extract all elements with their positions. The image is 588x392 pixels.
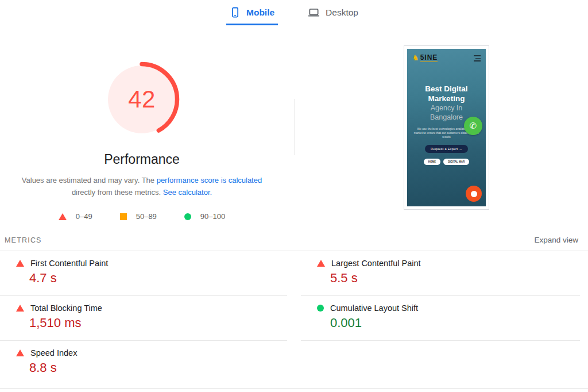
legend-item-poor: 0–49 bbox=[59, 212, 92, 221]
tab-mobile[interactable]: Mobile bbox=[226, 6, 278, 25]
tab-mobile-label: Mobile bbox=[246, 7, 274, 18]
metric-label: Total Blocking Time bbox=[30, 303, 102, 313]
expand-view-button[interactable]: Expand view bbox=[534, 236, 578, 244]
metric-value: 1,510 ms bbox=[29, 316, 287, 330]
headline-line-1: Best Digital bbox=[407, 84, 486, 94]
request-expert-button: Request a Expert → bbox=[425, 145, 468, 153]
legend-poor-label: 0–49 bbox=[76, 212, 92, 221]
metric-label: Largest Contentful Paint bbox=[331, 259, 421, 268]
thumbnail-site-header: ♞ 5INE bbox=[407, 49, 486, 62]
legend-item-average: 50–89 bbox=[120, 212, 157, 221]
poor-triangle-icon bbox=[16, 305, 24, 312]
poor-triangle-icon bbox=[59, 213, 67, 220]
hamburger-menu-icon bbox=[474, 54, 481, 61]
performance-gauge: 42 bbox=[103, 61, 180, 138]
good-circle-icon bbox=[317, 305, 324, 312]
legend-good-label: 90–100 bbox=[200, 212, 225, 221]
laptop-icon bbox=[308, 7, 320, 18]
nav-pill-digital: DIGITAL MAR bbox=[443, 159, 469, 165]
chat-fab-icon bbox=[466, 186, 482, 202]
smartphone-icon bbox=[230, 7, 241, 18]
metric-label: Cumulative Layout Shift bbox=[330, 303, 418, 313]
bottom-divider bbox=[0, 388, 588, 389]
metric-total-blocking-time: Total Blocking Time 1,510 ms bbox=[0, 296, 287, 341]
tab-desktop-label: Desktop bbox=[326, 7, 358, 18]
nav-pill-home: HOME bbox=[424, 159, 441, 165]
pagespeed-report: Mobile Desktop 42 Performance Values are… bbox=[0, 0, 588, 392]
performance-title: Performance bbox=[16, 152, 268, 167]
metric-value: 0.001 bbox=[330, 316, 580, 330]
average-square-icon bbox=[120, 213, 127, 220]
good-circle-icon bbox=[184, 213, 191, 220]
poor-triangle-icon bbox=[317, 260, 325, 267]
poor-triangle-icon bbox=[16, 260, 24, 267]
score-legend: 0–49 50–89 90–100 bbox=[16, 212, 268, 221]
thumbnail-screen: ♞ 5INE Best Digital Marketing Agency In … bbox=[407, 49, 486, 206]
tab-desktop[interactable]: Desktop bbox=[304, 6, 362, 25]
description-text-2: directly from these metrics. bbox=[72, 188, 163, 197]
performance-score: 42 bbox=[103, 61, 180, 138]
site-logo: ♞ 5INE bbox=[412, 53, 438, 62]
see-calculator-link[interactable]: See calculator. bbox=[163, 188, 212, 197]
poor-triangle-icon bbox=[16, 349, 24, 356]
metric-speed-index: Speed Index 8.8 s bbox=[0, 341, 287, 386]
metric-value: 8.8 s bbox=[29, 360, 287, 375]
site-logo-text: 5INE bbox=[420, 53, 438, 62]
headline-line-3: Agency In bbox=[407, 103, 486, 113]
score-calculated-link[interactable]: performance score is calculated bbox=[157, 176, 262, 185]
metric-cumulative-layout-shift: Cumulative Layout Shift 0.001 bbox=[301, 296, 580, 341]
legend-average-label: 50–89 bbox=[136, 212, 157, 221]
site-nav-pills: HOME DIGITAL MAR bbox=[407, 159, 486, 165]
metric-value: 4.7 s bbox=[29, 271, 287, 286]
metric-label: Speed Index bbox=[30, 348, 77, 358]
legend-item-good: 90–100 bbox=[184, 212, 225, 221]
performance-description: Values are estimated and may vary. The p… bbox=[13, 174, 271, 198]
whatsapp-icon: ✆ bbox=[464, 117, 482, 135]
summary-divider bbox=[294, 99, 295, 155]
metric-value: 5.5 s bbox=[330, 271, 580, 286]
device-tabbar: Mobile Desktop bbox=[0, 0, 588, 28]
description-text-1: Values are estimated and may vary. The bbox=[22, 176, 157, 185]
metric-label: First Contentful Paint bbox=[30, 259, 108, 268]
metrics-section-title: METRICS bbox=[5, 236, 42, 244]
site-logo-icon: ♞ bbox=[412, 55, 419, 61]
metric-first-contentful-paint: First Contentful Paint 4.7 s bbox=[0, 251, 287, 296]
metrics-grid: First Contentful Paint 4.7 s Total Block… bbox=[0, 251, 580, 386]
metrics-header: METRICS Expand view bbox=[5, 236, 578, 244]
headline-line-2: Marketing bbox=[407, 94, 486, 103]
page-screenshot-thumbnail[interactable]: ♞ 5INE Best Digital Marketing Agency In … bbox=[404, 45, 489, 210]
metric-largest-contentful-paint: Largest Contentful Paint 5.5 s bbox=[301, 251, 580, 296]
